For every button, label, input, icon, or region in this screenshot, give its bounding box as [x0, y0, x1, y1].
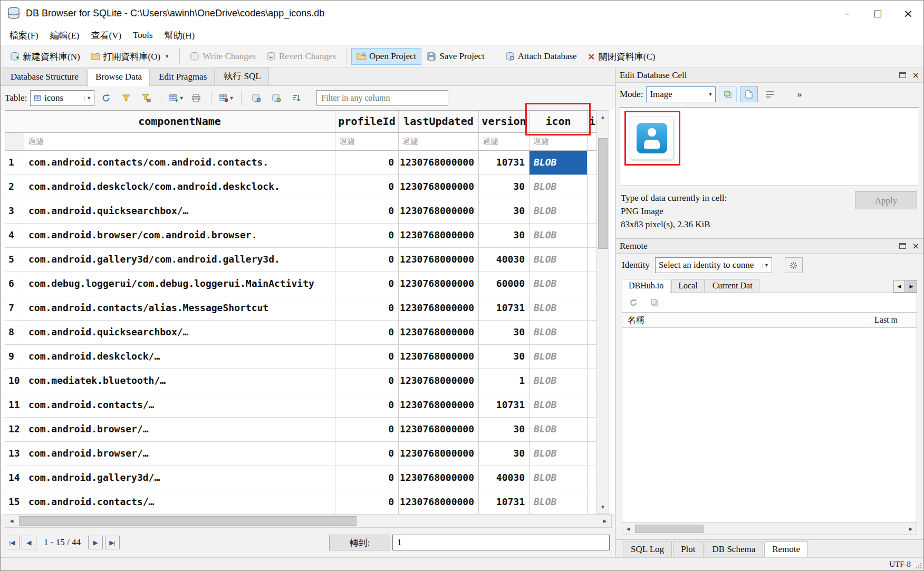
open-external-button[interactable] [719, 86, 737, 102]
tab-scroll-right-button[interactable]: ▶ [906, 280, 917, 293]
save-project-button[interactable]: Save Project [421, 48, 489, 65]
tab-execute-sql[interactable]: 執行 SQL [216, 67, 268, 85]
dock-tab-plot[interactable]: Plot [673, 541, 703, 557]
icon-blob-cell[interactable]: BLOB [530, 418, 588, 442]
maximize-button[interactable]: □ [862, 1, 893, 26]
menu-help[interactable]: 幫助(H) [159, 27, 201, 44]
component-name-cell[interactable]: com.android.browser/… [24, 442, 335, 466]
tab-browse-data[interactable]: Browse Data [88, 69, 150, 86]
table-row[interactable]: 8 com.android.quicksearchbox/… 0 1230768… [5, 321, 596, 345]
save-filter-button[interactable] [138, 90, 155, 107]
save-results-button[interactable]: ▼ [218, 90, 235, 107]
remote-tab-current-database[interactable]: Current Dat [706, 279, 759, 293]
refresh-button[interactable] [98, 90, 114, 107]
resize-grip-icon[interactable] [915, 562, 922, 569]
version-cell[interactable]: 30 [479, 224, 530, 248]
icon-blob-cell[interactable]: BLOB [530, 466, 588, 490]
toolbar-overflow-icon[interactable]: » [797, 89, 802, 100]
last-page-button[interactable]: ▶| [105, 536, 120, 549]
filter-any-column-input[interactable] [316, 90, 448, 106]
component-name-cell[interactable]: com.android.quicksearchbox/… [24, 199, 335, 224]
version-cell[interactable]: 30 [479, 345, 530, 369]
close-panel-button[interactable]: × [912, 70, 919, 80]
scroll-left-button[interactable]: ◀ [5, 515, 18, 527]
export-database-button[interactable] [248, 90, 265, 107]
open-database-button[interactable]: 打開資料庫(O) ▼ [85, 47, 175, 66]
remote-tab-dbhub[interactable]: DBHub.io [622, 279, 670, 293]
table-row[interactable]: 6 com.debug.loggerui/com.debug.loggerui.… [5, 272, 596, 296]
filter-componentName[interactable]: 過濾 [24, 133, 335, 151]
profile-id-cell[interactable]: 0 [335, 248, 399, 272]
profile-id-cell[interactable]: 0 [335, 199, 399, 224]
attach-database-button[interactable]: Attach Database [500, 48, 582, 65]
table-select[interactable]: icons ▼ [30, 90, 94, 106]
component-name-cell[interactable]: com.android.contacts/com.android.contact… [24, 151, 335, 175]
menu-tools[interactable]: Tools [127, 27, 159, 43]
profile-id-cell[interactable]: 0 [335, 296, 399, 321]
mode-select[interactable]: Image ▼ [646, 86, 716, 102]
icon-blob-cell[interactable]: BLOB [530, 296, 588, 321]
last-updated-cell[interactable]: 1230768000000 [399, 321, 479, 345]
revert-changes-button[interactable]: Revert Changes [261, 48, 341, 65]
last-updated-cell[interactable]: 1230768000000 [399, 272, 479, 296]
close-database-button[interactable]: × 關閉資料庫(C) [582, 47, 661, 66]
goto-record-input[interactable] [392, 535, 610, 550]
new-database-button[interactable]: 新建資料庫(N) [5, 47, 85, 66]
cell-image-preview[interactable] [620, 107, 919, 186]
header-componentName[interactable]: componentName [24, 111, 335, 133]
last-updated-cell[interactable]: 1230768000000 [399, 442, 479, 466]
table-row[interactable]: 5 com.android.gallery3d/com.android.gall… [5, 248, 596, 272]
icon-blob-cell[interactable]: BLOB [530, 490, 588, 515]
header-icon[interactable]: icon [530, 111, 588, 133]
tab-edit-pragmas[interactable]: Edit Pragmas [151, 69, 215, 85]
last-updated-cell[interactable]: 1230768000000 [399, 393, 479, 418]
filter-icon-column[interactable]: 過濾 [530, 133, 588, 151]
header-lastUpdated[interactable]: lastUpdated [399, 111, 479, 133]
write-changes-button[interactable]: Write Changes [185, 48, 261, 65]
icon-blob-cell[interactable]: BLOB [530, 272, 588, 296]
version-cell[interactable]: 30 [479, 199, 530, 224]
filter-profileId[interactable]: 過濾 [335, 133, 399, 151]
header-profileId[interactable]: profileId [335, 111, 399, 133]
vertical-scrollbar[interactable]: ▲ ▼ [596, 110, 609, 514]
dock-tab-db-schema[interactable]: DB Schema [705, 541, 764, 557]
version-cell[interactable]: 60000 [479, 272, 530, 296]
remote-column-last-modified[interactable]: Last m [871, 313, 917, 327]
last-updated-cell[interactable]: 1230768000000 [399, 296, 479, 321]
profile-id-cell[interactable]: 0 [335, 442, 399, 466]
vertical-scroll-thumb[interactable] [598, 138, 608, 249]
remote-scroll-left-button[interactable]: ◀ [622, 523, 634, 535]
remote-column-name[interactable]: 名稱 [622, 313, 871, 327]
icon-blob-cell[interactable]: BLOB [530, 248, 588, 272]
component-name-cell[interactable]: com.mediatek.bluetooth/… [24, 369, 335, 393]
table-row[interactable]: 13 com.android.browser/… 0 1230768000000… [5, 442, 596, 466]
filter-lastUpdated[interactable]: 過濾 [399, 133, 479, 151]
dock-tab-remote[interactable]: Remote [764, 541, 808, 557]
vertical-scroll-track[interactable] [597, 123, 609, 501]
icon-blob-cell[interactable]: BLOB [530, 151, 588, 175]
close-button[interactable]: × [893, 1, 923, 26]
remote-clone-button[interactable] [648, 296, 661, 309]
last-updated-cell[interactable]: 1230768000000 [399, 175, 479, 199]
table-row[interactable]: 10 com.mediatek.bluetooth/… 0 1230768000… [5, 369, 596, 393]
component-name-cell[interactable]: com.android.gallery3d/com.android.galler… [24, 248, 335, 272]
icon-blob-cell[interactable]: BLOB [530, 442, 588, 466]
icon-blob-cell[interactable]: BLOB [530, 224, 588, 248]
new-record-button[interactable]: ▼ [168, 90, 185, 107]
last-updated-cell[interactable]: 1230768000000 [399, 224, 479, 248]
remote-scroll-right-button[interactable]: ▶ [905, 523, 917, 535]
component-name-cell[interactable]: com.android.browser/… [24, 418, 335, 442]
remote-refresh-button[interactable] [627, 296, 640, 309]
component-name-cell[interactable]: com.android.contacts/… [24, 490, 335, 515]
tab-database-structure[interactable]: Database Structure [3, 69, 86, 85]
version-cell[interactable]: 40030 [479, 466, 530, 490]
component-name-cell[interactable]: com.android.browser/com.android.browser. [24, 224, 335, 248]
version-cell[interactable]: 30 [479, 442, 530, 466]
previous-page-button[interactable]: ◀ [22, 536, 36, 549]
icon-blob-cell[interactable]: BLOB [530, 175, 588, 199]
horizontal-scroll-thumb[interactable] [19, 516, 357, 526]
profile-id-cell[interactable]: 0 [335, 321, 399, 345]
table-row[interactable]: 15 com.android.contacts/… 0 123076800000… [5, 490, 596, 515]
header-truncated[interactable]: ic [588, 111, 596, 133]
profile-id-cell[interactable]: 0 [335, 272, 399, 296]
